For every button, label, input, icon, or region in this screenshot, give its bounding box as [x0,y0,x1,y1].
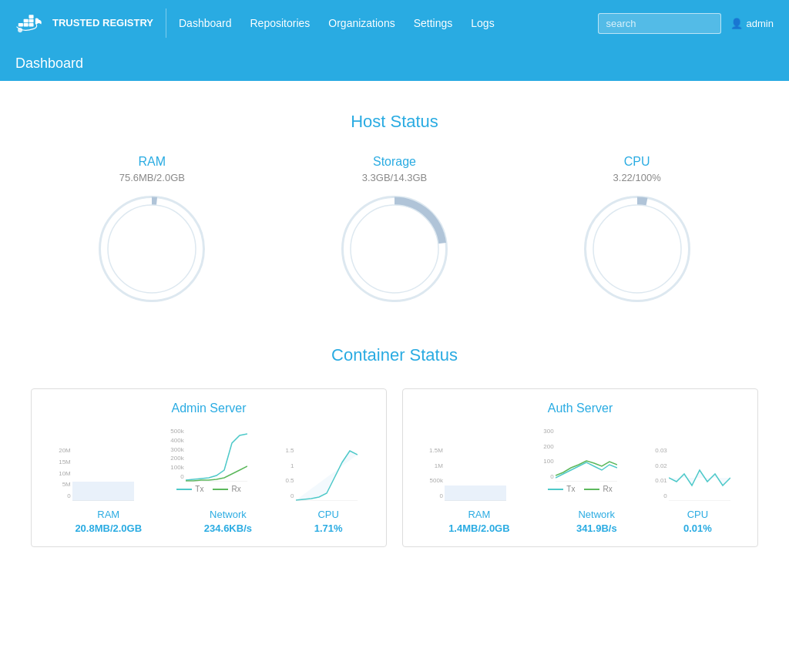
auth-net-y-axis: 300 200 100 0 [543,428,553,482]
admin-ram-stat-label: RAM [97,509,119,520]
host-charts-row: RAM 75.6MB/2.0GB Storage 3.3GB/14.3GB [31,155,758,307]
user-icon: 👤 [730,18,743,29]
admin-rx-legend: Rx [213,485,240,493]
nav-settings[interactable]: Settings [414,17,453,29]
navbar: TRUSTED REGISTRY Dashboard Repositories … [0,0,789,46]
host-status-title: Host Status [31,112,758,132]
admin-cpu-chart: 1.5 1 0.5 0 [269,447,374,501]
auth-network-chart: 300 200 100 0 [528,428,633,501]
auth-cpu-chart: 0.03 0.02 0.01 0 [640,447,745,501]
auth-rx-label: Rx [603,485,612,493]
auth-net-svg [556,428,617,482]
admin-net-svg [186,428,247,482]
admin-cpu-stat-value: 1.71% [314,522,343,534]
search-input[interactable] [598,13,721,34]
svg-rect-5 [29,15,33,18]
admin-network-chart: 500k 400k 300k 200k 100k 0 [156,428,261,501]
ram-value: 75.6MB/2.0GB [119,172,185,183]
admin-ram-chart: 20M 15M 10M 5M 0 [44,447,149,501]
container-cards: Admin Server 20M 15M 10M 5M 0 [31,388,758,547]
auth-net-stat: Network 341.9B/s [576,509,617,534]
host-status-section: Host Status RAM 75.6MB/2.0GB [31,112,758,307]
auth-cpu-stat: CPU 0.01% [683,509,712,534]
admin-ram-stat: RAM 20.8MB/2.0GB [75,509,142,534]
svg-rect-4 [29,19,33,23]
tx-label: Tx [195,485,203,493]
cpu-label: CPU [624,155,650,169]
auth-server-title: Auth Server [415,402,745,415]
storage-pie-chart [337,191,452,307]
container-status-title: Container Status [31,345,758,365]
admin-server-card: Admin Server 20M 15M 10M 5M 0 [31,388,387,547]
auth-server-card: Auth Server 1.5M 1M 500k 0 [402,388,758,547]
auth-ram-chart: 1.5M 1M 500k 0 [415,447,520,501]
auth-mini-charts-row: 1.5M 1M 500k 0 [415,428,745,501]
rx-line-icon [213,489,228,490]
admin-tx-legend: Tx [176,485,203,493]
auth-rx-line-icon [584,489,599,490]
nav-organizations[interactable]: Organizations [328,17,394,29]
admin-server-title: Admin Server [44,402,374,415]
ram-label: RAM [139,155,166,169]
svg-rect-1 [24,23,29,27]
admin-net-stat-value: 234.6KB/s [204,522,252,534]
brand-text: TRUSTED REGISTRY [52,17,153,29]
auth-cpu-stat-value: 0.01% [683,522,712,534]
auth-cpu-svg [669,447,730,501]
auth-net-stat-value: 341.9B/s [576,522,617,534]
container-status-section: Container Status Admin Server 20M 15M 10… [31,345,758,547]
storage-label: Storage [373,155,416,169]
admin-link[interactable]: 👤 admin [730,18,774,29]
svg-rect-3 [24,19,29,23]
nav-logs[interactable]: Logs [471,17,494,29]
auth-ram-svg [445,447,506,501]
auth-cpu-stat-label: CPU [687,509,708,520]
admin-ram-y-axis: 20M 15M 10M 5M 0 [59,447,71,501]
dashboard-header: Dashboard [0,46,789,81]
cpu-pie-chart [579,191,695,307]
auth-ram-y-axis: 1.5M 1M 500k 0 [429,447,443,501]
nav-links: Dashboard Repositories Organizations Set… [179,17,598,29]
auth-net-legend: Tx Rx [548,485,612,493]
cpu-chart-item: CPU 3.22/100% [560,155,714,307]
admin-cpu-stat: CPU 1.71% [314,509,343,534]
admin-mini-charts-row: 20M 15M 10M 5M 0 [44,428,374,501]
admin-ram-stat-value: 20.8MB/2.0GB [75,522,142,534]
auth-stats-row: RAM 1.4MB/2.0GB Network 341.9B/s CPU 0.0… [415,509,745,534]
admin-net-y-axis: 500k 400k 300k 200k 100k 0 [170,428,183,482]
svg-rect-16 [72,482,134,501]
auth-cpu-y-axis: 0.03 0.02 0.01 0 [655,447,667,501]
admin-stats-row: RAM 20.8MB/2.0GB Network 234.6KB/s CPU 1… [44,509,374,534]
nav-right: 👤 admin [598,13,774,34]
admin-ram-svg [72,447,134,501]
auth-ram-stat-label: RAM [468,509,490,520]
svg-rect-20 [445,486,506,501]
admin-net-stat-label: Network [210,509,247,520]
auth-ram-stat: RAM 1.4MB/2.0GB [448,509,509,534]
admin-label: admin [747,18,774,29]
dashboard-title: Dashboard [15,55,83,71]
brand: TRUSTED REGISTRY [15,8,166,38]
ram-chart-item: RAM 75.6MB/2.0GB [75,155,229,307]
admin-net-stat: Network 234.6KB/s [204,509,252,534]
ram-pie-chart [94,191,210,307]
nav-dashboard[interactable]: Dashboard [179,17,232,29]
svg-rect-0 [18,23,23,27]
cpu-value: 3.22/100% [613,172,661,183]
rx-label: Rx [231,485,240,493]
auth-tx-line-icon [548,489,563,490]
auth-tx-legend: Tx [548,485,575,493]
admin-cpu-y-axis: 1.5 1 0.5 0 [285,447,294,501]
auth-tx-label: Tx [566,485,575,493]
docker-logo-icon [15,8,45,38]
auth-net-stat-label: Network [578,509,615,520]
storage-value: 3.3GB/14.3GB [362,172,428,183]
tx-line-icon [176,489,192,490]
svg-rect-2 [29,23,33,27]
auth-rx-legend: Rx [584,485,612,493]
admin-cpu-stat-label: CPU [317,509,338,520]
storage-chart-item: Storage 3.3GB/14.3GB [317,155,472,307]
admin-net-legend: Tx Rx [176,485,240,493]
nav-repositories[interactable]: Repositories [250,17,310,29]
auth-ram-stat-value: 1.4MB/2.0GB [448,522,509,534]
